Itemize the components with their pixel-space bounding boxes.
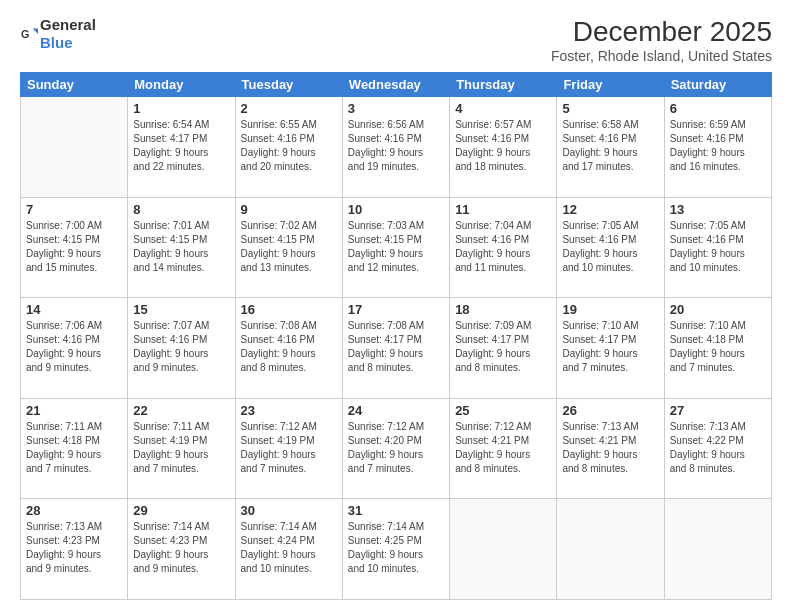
day-number: 29	[133, 503, 229, 518]
day-number: 15	[133, 302, 229, 317]
logo-text: General Blue	[40, 16, 96, 52]
day-cell: 23Sunrise: 7:12 AM Sunset: 4:19 PM Dayli…	[235, 398, 342, 499]
day-info: Sunrise: 7:08 AM Sunset: 4:16 PM Dayligh…	[241, 319, 337, 375]
day-number: 24	[348, 403, 444, 418]
day-number: 10	[348, 202, 444, 217]
day-cell	[557, 499, 664, 600]
day-cell: 3Sunrise: 6:56 AM Sunset: 4:16 PM Daylig…	[342, 97, 449, 198]
month-title: December 2025	[551, 16, 772, 48]
day-cell: 21Sunrise: 7:11 AM Sunset: 4:18 PM Dayli…	[21, 398, 128, 499]
day-number: 2	[241, 101, 337, 116]
day-number: 26	[562, 403, 658, 418]
day-cell: 24Sunrise: 7:12 AM Sunset: 4:20 PM Dayli…	[342, 398, 449, 499]
day-cell: 31Sunrise: 7:14 AM Sunset: 4:25 PM Dayli…	[342, 499, 449, 600]
day-cell: 20Sunrise: 7:10 AM Sunset: 4:18 PM Dayli…	[664, 298, 771, 399]
col-header-sunday: Sunday	[21, 73, 128, 97]
day-cell: 14Sunrise: 7:06 AM Sunset: 4:16 PM Dayli…	[21, 298, 128, 399]
day-info: Sunrise: 7:14 AM Sunset: 4:23 PM Dayligh…	[133, 520, 229, 576]
day-info: Sunrise: 7:13 AM Sunset: 4:22 PM Dayligh…	[670, 420, 766, 476]
page: G General Blue December 2025 Foster, Rho…	[0, 0, 792, 612]
day-cell: 8Sunrise: 7:01 AM Sunset: 4:15 PM Daylig…	[128, 197, 235, 298]
day-cell: 2Sunrise: 6:55 AM Sunset: 4:16 PM Daylig…	[235, 97, 342, 198]
day-info: Sunrise: 7:11 AM Sunset: 4:19 PM Dayligh…	[133, 420, 229, 476]
logo-general-text: General	[40, 16, 96, 33]
day-number: 12	[562, 202, 658, 217]
day-info: Sunrise: 7:05 AM Sunset: 4:16 PM Dayligh…	[670, 219, 766, 275]
day-info: Sunrise: 7:13 AM Sunset: 4:23 PM Dayligh…	[26, 520, 122, 576]
day-number: 27	[670, 403, 766, 418]
day-number: 31	[348, 503, 444, 518]
day-number: 7	[26, 202, 122, 217]
week-row-3: 21Sunrise: 7:11 AM Sunset: 4:18 PM Dayli…	[21, 398, 772, 499]
svg-text:G: G	[21, 28, 29, 40]
day-info: Sunrise: 7:09 AM Sunset: 4:17 PM Dayligh…	[455, 319, 551, 375]
day-info: Sunrise: 7:14 AM Sunset: 4:25 PM Dayligh…	[348, 520, 444, 576]
day-info: Sunrise: 7:02 AM Sunset: 4:15 PM Dayligh…	[241, 219, 337, 275]
day-info: Sunrise: 6:59 AM Sunset: 4:16 PM Dayligh…	[670, 118, 766, 174]
day-cell: 11Sunrise: 7:04 AM Sunset: 4:16 PM Dayli…	[450, 197, 557, 298]
day-cell: 17Sunrise: 7:08 AM Sunset: 4:17 PM Dayli…	[342, 298, 449, 399]
day-cell: 10Sunrise: 7:03 AM Sunset: 4:15 PM Dayli…	[342, 197, 449, 298]
logo-blue-text: Blue	[40, 34, 73, 51]
day-info: Sunrise: 7:13 AM Sunset: 4:21 PM Dayligh…	[562, 420, 658, 476]
day-info: Sunrise: 7:01 AM Sunset: 4:15 PM Dayligh…	[133, 219, 229, 275]
day-number: 21	[26, 403, 122, 418]
day-cell: 29Sunrise: 7:14 AM Sunset: 4:23 PM Dayli…	[128, 499, 235, 600]
col-header-thursday: Thursday	[450, 73, 557, 97]
day-number: 28	[26, 503, 122, 518]
day-number: 11	[455, 202, 551, 217]
day-info: Sunrise: 7:07 AM Sunset: 4:16 PM Dayligh…	[133, 319, 229, 375]
svg-marker-1	[33, 29, 38, 34]
day-number: 1	[133, 101, 229, 116]
day-cell: 15Sunrise: 7:07 AM Sunset: 4:16 PM Dayli…	[128, 298, 235, 399]
day-info: Sunrise: 7:00 AM Sunset: 4:15 PM Dayligh…	[26, 219, 122, 275]
day-info: Sunrise: 6:57 AM Sunset: 4:16 PM Dayligh…	[455, 118, 551, 174]
day-info: Sunrise: 6:56 AM Sunset: 4:16 PM Dayligh…	[348, 118, 444, 174]
day-number: 8	[133, 202, 229, 217]
day-info: Sunrise: 7:14 AM Sunset: 4:24 PM Dayligh…	[241, 520, 337, 576]
day-number: 6	[670, 101, 766, 116]
day-number: 13	[670, 202, 766, 217]
day-number: 9	[241, 202, 337, 217]
col-header-monday: Monday	[128, 73, 235, 97]
day-info: Sunrise: 7:10 AM Sunset: 4:18 PM Dayligh…	[670, 319, 766, 375]
day-info: Sunrise: 7:12 AM Sunset: 4:20 PM Dayligh…	[348, 420, 444, 476]
day-number: 20	[670, 302, 766, 317]
day-cell: 6Sunrise: 6:59 AM Sunset: 4:16 PM Daylig…	[664, 97, 771, 198]
day-cell	[21, 97, 128, 198]
day-info: Sunrise: 7:04 AM Sunset: 4:16 PM Dayligh…	[455, 219, 551, 275]
logo-icon: G	[20, 25, 38, 43]
day-info: Sunrise: 6:54 AM Sunset: 4:17 PM Dayligh…	[133, 118, 229, 174]
day-cell: 26Sunrise: 7:13 AM Sunset: 4:21 PM Dayli…	[557, 398, 664, 499]
title-section: December 2025 Foster, Rhode Island, Unit…	[551, 16, 772, 64]
day-info: Sunrise: 6:58 AM Sunset: 4:16 PM Dayligh…	[562, 118, 658, 174]
day-number: 25	[455, 403, 551, 418]
col-header-friday: Friday	[557, 73, 664, 97]
day-number: 4	[455, 101, 551, 116]
week-row-2: 14Sunrise: 7:06 AM Sunset: 4:16 PM Dayli…	[21, 298, 772, 399]
day-info: Sunrise: 7:11 AM Sunset: 4:18 PM Dayligh…	[26, 420, 122, 476]
calendar-table: SundayMondayTuesdayWednesdayThursdayFrid…	[20, 72, 772, 600]
day-cell	[450, 499, 557, 600]
day-cell: 5Sunrise: 6:58 AM Sunset: 4:16 PM Daylig…	[557, 97, 664, 198]
day-number: 18	[455, 302, 551, 317]
day-cell: 22Sunrise: 7:11 AM Sunset: 4:19 PM Dayli…	[128, 398, 235, 499]
day-cell: 1Sunrise: 6:54 AM Sunset: 4:17 PM Daylig…	[128, 97, 235, 198]
day-number: 22	[133, 403, 229, 418]
day-number: 14	[26, 302, 122, 317]
day-cell	[664, 499, 771, 600]
day-number: 16	[241, 302, 337, 317]
day-info: Sunrise: 7:08 AM Sunset: 4:17 PM Dayligh…	[348, 319, 444, 375]
day-cell: 4Sunrise: 6:57 AM Sunset: 4:16 PM Daylig…	[450, 97, 557, 198]
location-title: Foster, Rhode Island, United States	[551, 48, 772, 64]
day-cell: 28Sunrise: 7:13 AM Sunset: 4:23 PM Dayli…	[21, 499, 128, 600]
day-info: Sunrise: 7:12 AM Sunset: 4:21 PM Dayligh…	[455, 420, 551, 476]
day-cell: 18Sunrise: 7:09 AM Sunset: 4:17 PM Dayli…	[450, 298, 557, 399]
day-cell: 19Sunrise: 7:10 AM Sunset: 4:17 PM Dayli…	[557, 298, 664, 399]
header: G General Blue December 2025 Foster, Rho…	[20, 16, 772, 64]
logo: G General Blue	[20, 16, 96, 52]
day-info: Sunrise: 7:10 AM Sunset: 4:17 PM Dayligh…	[562, 319, 658, 375]
day-number: 3	[348, 101, 444, 116]
day-number: 17	[348, 302, 444, 317]
day-number: 30	[241, 503, 337, 518]
